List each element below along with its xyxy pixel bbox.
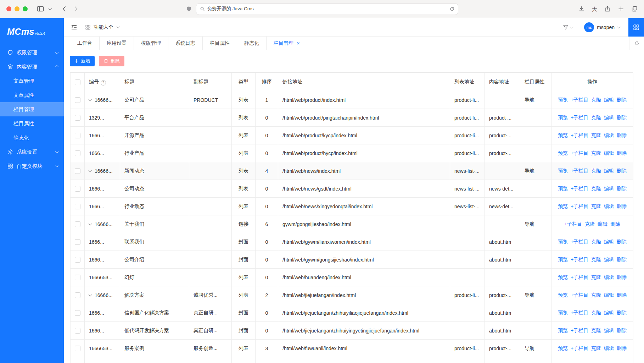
- row-checkbox[interactable]: [75, 150, 80, 156]
- share-icon[interactable]: [604, 6, 611, 12]
- select-all-checkbox[interactable]: [75, 79, 80, 85]
- tab[interactable]: 系统日志: [168, 37, 203, 50]
- row-checkbox[interactable]: [75, 239, 80, 245]
- app-menu-dropdown[interactable]: 功能大全: [85, 24, 119, 31]
- action-edit[interactable]: 编辑: [598, 221, 607, 227]
- row-checkbox[interactable]: [75, 186, 80, 192]
- row-checkbox[interactable]: [75, 221, 80, 227]
- action-clone[interactable]: 克隆: [591, 132, 601, 138]
- action-add-child[interactable]: +子栏目: [571, 186, 588, 191]
- download-icon[interactable]: [578, 6, 585, 12]
- translate-icon[interactable]: 大: [592, 6, 597, 12]
- minimize-window-button[interactable]: [15, 6, 19, 11]
- action-clone[interactable]: 克隆: [591, 97, 601, 103]
- address-bar[interactable]: 免费开源的 Java Cms: [196, 3, 458, 15]
- tab-overview-icon[interactable]: [631, 6, 638, 12]
- action-delete[interactable]: 删除: [617, 239, 627, 244]
- action-edit[interactable]: 编辑: [604, 239, 614, 244]
- action-add-child[interactable]: +子栏目: [571, 328, 588, 333]
- action-add-child[interactable]: +子栏目: [571, 168, 588, 174]
- action-edit[interactable]: 编辑: [604, 345, 614, 351]
- tab[interactable]: 应用设置: [100, 37, 134, 50]
- sidebar-subitem[interactable]: 栏目属性: [0, 116, 64, 131]
- sidebar-toggle-icon[interactable]: [37, 5, 44, 12]
- zoom-window-button[interactable]: [23, 6, 28, 11]
- action-delete[interactable]: 删除: [617, 168, 627, 174]
- sidebar-item[interactable]: 内容管理: [0, 60, 64, 74]
- action-edit[interactable]: 编辑: [604, 257, 614, 262]
- action-preview[interactable]: 预览: [558, 168, 568, 174]
- action-delete[interactable]: 删除: [617, 186, 627, 191]
- delete-button[interactable]: 删除: [99, 56, 124, 66]
- action-edit[interactable]: 编辑: [604, 132, 614, 138]
- row-checkbox[interactable]: [75, 310, 80, 316]
- action-preview[interactable]: 预览: [558, 328, 568, 333]
- action-clone[interactable]: 克隆: [591, 115, 601, 120]
- action-add-child[interactable]: +子栏目: [571, 239, 588, 244]
- row-checkbox[interactable]: [75, 257, 80, 263]
- row-checkbox[interactable]: [75, 97, 80, 103]
- new-tab-icon[interactable]: [618, 6, 624, 12]
- action-clone[interactable]: 克隆: [591, 186, 601, 191]
- action-delete[interactable]: 删除: [617, 115, 627, 120]
- action-add-child[interactable]: +子栏目: [571, 292, 588, 298]
- sidebar-subitem[interactable]: 文章管理: [0, 74, 64, 88]
- user-menu[interactable]: ms msopen: [584, 22, 620, 32]
- tab[interactable]: 栏目管理×: [267, 37, 307, 50]
- action-preview[interactable]: 预览: [558, 203, 568, 209]
- expand-caret-icon[interactable]: [89, 293, 92, 296]
- action-add-child[interactable]: +子栏目: [571, 257, 588, 262]
- tab[interactable]: 栏目属性: [203, 37, 237, 50]
- action-preview[interactable]: 预览: [558, 257, 568, 262]
- filter-dropdown[interactable]: [563, 24, 573, 30]
- action-preview[interactable]: 预览: [558, 274, 568, 280]
- action-delete[interactable]: 删除: [617, 292, 627, 298]
- sidebar-subitem[interactable]: 文章属性: [0, 88, 64, 102]
- action-preview[interactable]: 预览: [558, 292, 568, 298]
- action-add-child[interactable]: +子栏目: [571, 203, 588, 209]
- action-clone[interactable]: 克隆: [591, 257, 601, 262]
- row-checkbox[interactable]: [75, 292, 80, 298]
- chevron-down-icon[interactable]: [49, 7, 52, 10]
- row-checkbox[interactable]: [75, 275, 80, 280]
- sidebar-item[interactable]: 系统设置: [0, 145, 64, 159]
- action-edit[interactable]: 编辑: [604, 328, 614, 333]
- action-clone[interactable]: 克隆: [591, 203, 601, 209]
- expand-caret-icon[interactable]: [89, 222, 92, 225]
- tab-refresh-button[interactable]: [629, 37, 644, 50]
- action-add-child[interactable]: +子栏目: [571, 132, 588, 138]
- row-checkbox[interactable]: [75, 204, 80, 209]
- tab[interactable]: 模版管理: [134, 37, 168, 50]
- action-preview[interactable]: 预览: [558, 186, 568, 191]
- action-delete[interactable]: 删除: [617, 310, 627, 315]
- action-clone[interactable]: 克隆: [591, 328, 601, 333]
- privacy-shield-icon[interactable]: [186, 6, 192, 12]
- action-preview[interactable]: 预览: [558, 239, 568, 244]
- row-checkbox[interactable]: [75, 168, 80, 174]
- action-edit[interactable]: 编辑: [604, 203, 614, 209]
- menu-fold-icon[interactable]: [71, 24, 77, 31]
- sidebar-item[interactable]: 自定义模块: [0, 159, 64, 173]
- action-clone[interactable]: 克隆: [591, 310, 601, 315]
- action-clone[interactable]: 克隆: [591, 274, 601, 280]
- action-edit[interactable]: 编辑: [604, 115, 614, 120]
- action-add-child[interactable]: +子栏目: [571, 150, 588, 156]
- action-edit[interactable]: 编辑: [604, 186, 614, 191]
- back-icon[interactable]: [61, 6, 68, 12]
- action-delete[interactable]: 删除: [617, 328, 627, 333]
- action-clone[interactable]: 克隆: [591, 345, 601, 351]
- action-edit[interactable]: 编辑: [604, 292, 614, 298]
- action-preview[interactable]: 预览: [558, 345, 568, 351]
- action-add-child[interactable]: +子栏目: [564, 221, 582, 227]
- action-clone[interactable]: 克隆: [591, 292, 601, 298]
- action-delete[interactable]: 删除: [617, 345, 627, 351]
- action-add-child[interactable]: +子栏目: [571, 115, 588, 120]
- action-edit[interactable]: 编辑: [604, 168, 614, 174]
- action-clone[interactable]: 克隆: [591, 168, 601, 174]
- action-clone[interactable]: 克隆: [591, 239, 601, 244]
- row-checkbox[interactable]: [75, 328, 80, 334]
- close-icon[interactable]: ×: [297, 40, 300, 46]
- action-preview[interactable]: 预览: [558, 150, 568, 156]
- expand-caret-icon[interactable]: [89, 98, 92, 101]
- tab[interactable]: 工作台: [70, 37, 100, 50]
